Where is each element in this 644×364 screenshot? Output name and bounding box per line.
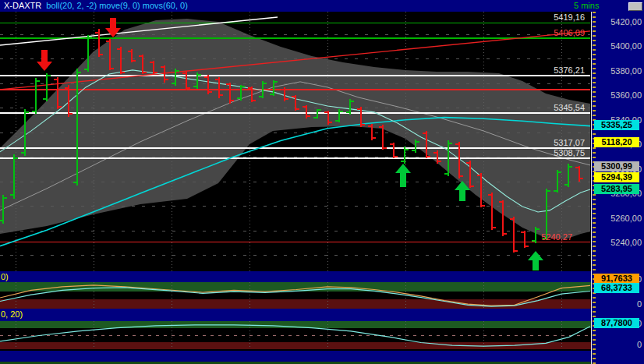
- symbol-label: X-DAXTR: [4, 1, 41, 10]
- axis-value-box: 5335,25: [594, 120, 639, 130]
- buy-arrow-icon: [395, 164, 411, 187]
- axis-value-box: 5283,95: [594, 184, 639, 194]
- ohlc-bar: [43, 73, 51, 101]
- axis-price-label: 5360,00: [595, 90, 642, 101]
- titlebar-button[interactable]: [628, 2, 642, 11]
- axis-value-box: 5300,99: [594, 161, 639, 171]
- chart-title-bar[interactable]: X-DAXTRboll(20, 2, -2) move(9, 0) movs(6…: [0, 0, 644, 12]
- axis-value-box: 5294,39: [594, 172, 639, 182]
- indicator2-header[interactable]: 0, 20): [0, 309, 591, 321]
- price-level-label: 5345,54: [554, 103, 585, 112]
- trading-app-window: X-DAXTRboll(20, 2, -2) move(9, 0) movs(6…: [0, 0, 644, 364]
- axis-price-label: 5240,00: [595, 238, 642, 248]
- price-chart-canvas[interactable]: 5419,165406,095376,215345,545317,075308,…: [0, 12, 591, 271]
- indicator1-header[interactable]: 0): [0, 271, 591, 282]
- price-level-label: 5317,07: [554, 138, 585, 147]
- indicator1-label: 0): [1, 272, 9, 281]
- sell-arrow-icon: [37, 50, 52, 71]
- price-level-label: 5308,75: [554, 148, 585, 157]
- axis-price-label: 5260,00: [595, 214, 642, 224]
- axis-price-label: 5380,00: [595, 66, 642, 76]
- ohlc-bar: [390, 143, 398, 158]
- price-axis[interactable]: 5420,005400,005380,005360,005340,005320,…: [591, 12, 644, 364]
- indicator2-label: 0, 20): [1, 309, 23, 319]
- oscillator1-canvas[interactable]: [0, 282, 591, 309]
- indicator3-header[interactable]: [0, 351, 591, 362]
- axis-price-label: 5420,00: [595, 17, 642, 27]
- price-level-label: 5376,21: [554, 65, 585, 75]
- axis-panel-label: 0: [595, 299, 642, 309]
- buy-arrow-icon: [528, 251, 543, 270]
- oscillator2-canvas[interactable]: [0, 321, 591, 349]
- axis-value-box: 87,7800: [594, 318, 639, 328]
- timeframe-label: 5 mins: [574, 0, 599, 12]
- axis-panel-label: 0: [595, 340, 642, 350]
- axis-price-label: 5400,00: [595, 41, 642, 51]
- price-level-label: 5419,16: [554, 12, 585, 22]
- price-level-label: 5406,09: [554, 28, 585, 37]
- axis-value-box: 68,3733: [594, 283, 639, 293]
- price-level-label: 5240,27: [541, 232, 572, 242]
- indicator-params-label: boll(20, 2, -2) move(9, 0) movs(60, 0): [46, 1, 188, 10]
- ohlc-bar: [521, 231, 529, 248]
- axis-value-box: 5118,20: [594, 137, 639, 147]
- ohlc-bar: [401, 147, 409, 164]
